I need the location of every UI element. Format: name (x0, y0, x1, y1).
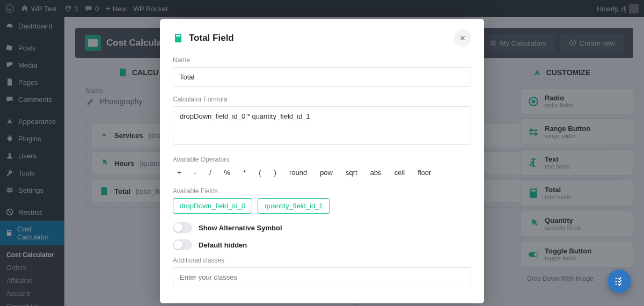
op-lparen[interactable]: ( (259, 169, 261, 177)
classes-label: Additional classes (173, 257, 471, 264)
op-div[interactable]: / (209, 169, 211, 177)
operators-label: Available Operators (173, 156, 471, 163)
calculator-icon (173, 33, 184, 43)
close-button[interactable] (454, 30, 471, 47)
name-input[interactable] (173, 67, 471, 87)
op-pow[interactable]: pow (320, 169, 333, 177)
op-abs[interactable]: abs (370, 169, 382, 177)
chip-quantity-field[interactable]: quantity_field_id_1 (258, 198, 330, 214)
op-rparen[interactable]: ) (274, 169, 276, 177)
formula-input[interactable] (173, 106, 471, 145)
name-label: Name (173, 56, 471, 64)
op-mul[interactable]: * (243, 169, 246, 177)
close-icon (459, 35, 466, 41)
default-hidden-toggle[interactable] (173, 239, 192, 250)
total-field-modal: Total Field Name Calculator Formula Avai… (160, 19, 484, 303)
modal-overlay[interactable]: Total Field Name Calculator Formula Avai… (0, 0, 644, 306)
op-minus[interactable]: - (194, 169, 196, 177)
fields-label: Available Fields (173, 187, 471, 195)
op-plus[interactable]: + (177, 169, 181, 177)
op-floor[interactable]: floor (418, 169, 431, 177)
checklist-icon (613, 275, 625, 287)
op-sqrt[interactable]: sqrt (346, 169, 357, 177)
default-hidden-label: Default hidden (199, 241, 247, 249)
help-fab-button[interactable] (608, 269, 631, 293)
classes-input[interactable] (173, 267, 471, 287)
formula-label: Calculator Formula (173, 96, 471, 103)
svg-rect-27 (176, 35, 180, 37)
op-mod[interactable]: % (224, 169, 231, 177)
alt-symbol-label: Show Alternative Symbol (199, 224, 282, 232)
operators-row: + - / % * ( ) round pow sqrt abs ceil fl… (173, 166, 471, 179)
op-round[interactable]: round (289, 169, 307, 177)
chip-dropdown-field[interactable]: dropDown_field_id_0 (173, 198, 252, 214)
modal-title: Total Field (173, 33, 234, 43)
alt-symbol-toggle[interactable] (173, 222, 192, 233)
op-ceil[interactable]: ceil (394, 169, 405, 177)
